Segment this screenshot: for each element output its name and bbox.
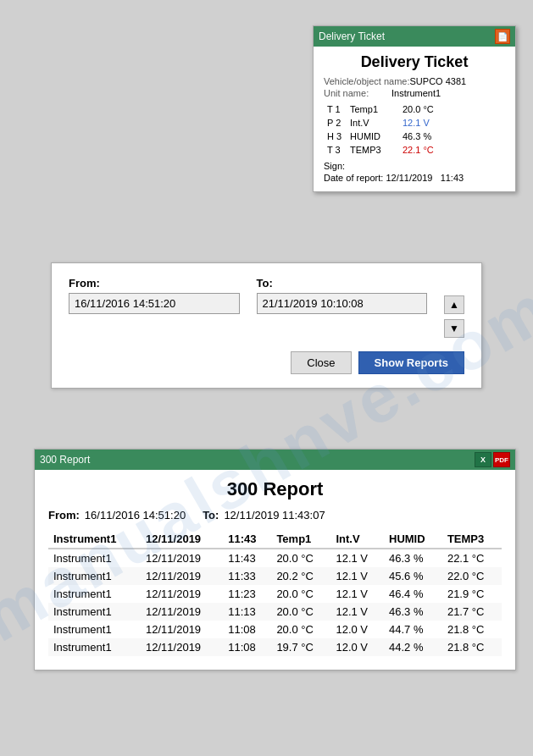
- dt-row: H 3 HUMID 46.3 %: [325, 130, 503, 142]
- dt-row-val: 22.1 °C: [401, 144, 503, 156]
- row-date: 12/11/2019: [141, 603, 223, 621]
- row-instrument: Instrument1: [48, 549, 141, 567]
- from-field: From:: [69, 277, 240, 314]
- table-row: Instrument1 12/11/2019 11:08 20.0 °C 12.…: [48, 621, 502, 638]
- sign-row: Sign:: [324, 161, 505, 171]
- report-heading: 300 Report: [48, 478, 502, 500]
- report-table: Instrument1 12/11/2019 11:43 Temp1 Int.V…: [48, 530, 502, 656]
- arrow-down-button[interactable]: ▼: [444, 319, 464, 338]
- delivery-ticket-window: Delivery Ticket 📄 Delivery Ticket Vehicl…: [313, 25, 516, 192]
- delivery-ticket-heading: Delivery Ticket: [324, 53, 505, 71]
- row-temp3: 22.1 °C: [442, 549, 502, 567]
- ticket-icon[interactable]: 📄: [495, 29, 510, 44]
- row-temp1: 20.0 °C: [271, 585, 330, 603]
- date-value: 12/11/2019: [386, 173, 432, 183]
- row-temp3: 21.7 °C: [442, 603, 502, 621]
- dt-row-id: H 3: [325, 130, 347, 142]
- vehicle-label: Vehicle/object name:: [324, 76, 410, 86]
- row-instrument: Instrument1: [48, 621, 141, 638]
- delivery-ticket-title: Delivery Ticket: [319, 30, 385, 42]
- col-intv: Int.V: [330, 530, 384, 549]
- excel-icon[interactable]: X: [475, 452, 491, 467]
- delivery-ticket-table: T 1 Temp1 20.0 °C P 2 Int.V 12.1 V H 3 H…: [324, 102, 505, 157]
- report-body: 300 Report From: 16/11/2016 14:51:20 To:…: [35, 470, 515, 670]
- dt-row-name: Int.V: [348, 117, 399, 129]
- vehicle-value: SUPCO 4381: [410, 76, 467, 86]
- dt-row-val: 20.0 °C: [401, 103, 503, 115]
- dt-row-val: 46.3 %: [401, 130, 503, 142]
- row-humid: 46.3 %: [384, 549, 442, 567]
- show-reports-button[interactable]: Show Reports: [358, 351, 464, 374]
- to-input[interactable]: [257, 293, 428, 314]
- row-humid: 46.4 %: [384, 585, 442, 603]
- row-time: 11:43: [223, 549, 271, 567]
- report-panel: 300 Report X PDF 300 Report From: 16/11/…: [34, 449, 516, 670]
- unit-row: Unit name: Instrument1: [324, 88, 505, 98]
- from-input[interactable]: [69, 293, 240, 314]
- row-intv: 12.1 V: [330, 549, 384, 567]
- report-from: From: 16/11/2016 14:51:20: [48, 509, 186, 521]
- row-date: 12/11/2019: [141, 567, 223, 585]
- row-humid: 44.7 %: [384, 621, 442, 638]
- from-label: From:: [69, 277, 240, 290]
- row-temp1: 20.0 °C: [271, 549, 330, 567]
- row-intv: 12.1 V: [330, 603, 384, 621]
- row-instrument: Instrument1: [48, 567, 141, 585]
- dt-row-name: HUMID: [348, 130, 399, 142]
- row-temp3: 22.0 °C: [442, 567, 502, 585]
- dt-row-name: Temp1: [348, 103, 399, 115]
- close-button[interactable]: Close: [291, 351, 351, 374]
- report-titlebar: 300 Report X PDF: [35, 450, 515, 470]
- date-row: Date of report: 12/11/2019 11:43: [324, 173, 505, 183]
- date-range-row: From: To: ▲ ▼: [69, 277, 464, 338]
- report-title-label: 300 Report: [40, 454, 90, 466]
- row-intv: 12.0 V: [330, 638, 384, 656]
- row-temp3: 21.9 °C: [442, 585, 502, 603]
- row-instrument: Instrument1: [48, 603, 141, 621]
- arrow-up-button[interactable]: ▲: [444, 295, 464, 314]
- col-temp1: Temp1: [271, 530, 330, 549]
- unit-value: Instrument1: [391, 88, 441, 98]
- pdf-icon[interactable]: PDF: [493, 452, 510, 467]
- report-from-value: 16/11/2016 14:51:20: [85, 509, 186, 521]
- table-row: Instrument1 12/11/2019 11:08 19.7 °C 12.…: [48, 638, 502, 656]
- dt-row-val: 12.1 V: [401, 117, 503, 129]
- to-field: To:: [257, 277, 428, 314]
- row-instrument: Instrument1: [48, 585, 141, 603]
- row-temp1: 19.7 °C: [271, 638, 330, 656]
- table-row: Instrument1 12/11/2019 11:13 20.0 °C 12.…: [48, 603, 502, 621]
- time-value: 11:43: [441, 173, 464, 183]
- action-buttons: Close Show Reports: [69, 351, 464, 374]
- dt-row-id: T 3: [325, 144, 347, 156]
- row-time: 11:08: [223, 638, 271, 656]
- date-range-panel: From: To: ▲ ▼ Close Show Reports: [51, 262, 482, 389]
- dt-row-name: TEMP3: [348, 144, 399, 156]
- report-to: To: 12/11/2019 11:43:07: [203, 509, 325, 521]
- arrow-buttons: ▲ ▼: [444, 277, 464, 338]
- table-row: Instrument1 12/11/2019 11:23 20.0 °C 12.…: [48, 585, 502, 603]
- row-instrument: Instrument1: [48, 638, 141, 656]
- date-label: Date of report:: [324, 173, 383, 183]
- row-temp1: 20.0 °C: [271, 603, 330, 621]
- delivery-ticket-titlebar: Delivery Ticket 📄: [314, 26, 515, 47]
- row-time: 11:13: [223, 603, 271, 621]
- row-date: 12/11/2019: [141, 585, 223, 603]
- row-intv: 12.1 V: [330, 567, 384, 585]
- row-time: 11:33: [223, 567, 271, 585]
- row-temp1: 20.0 °C: [271, 621, 330, 638]
- unit-label: Unit name:: [324, 88, 391, 98]
- report-icons: X PDF: [475, 452, 510, 467]
- dt-row-id: T 1: [325, 103, 347, 115]
- row-intv: 12.0 V: [330, 621, 384, 638]
- col-temp3: TEMP3: [442, 530, 502, 549]
- dt-row: T 1 Temp1 20.0 °C: [325, 103, 503, 115]
- col-humid: HUMID: [384, 530, 442, 549]
- dt-row-id: P 2: [325, 117, 347, 129]
- col-date: 12/11/2019: [141, 530, 223, 549]
- table-row: Instrument1 12/11/2019 11:43 20.0 °C 12.…: [48, 549, 502, 567]
- col-time: 11:43: [223, 530, 271, 549]
- dt-row: T 3 TEMP3 22.1 °C: [325, 144, 503, 156]
- row-temp1: 20.2 °C: [271, 567, 330, 585]
- row-time: 11:08: [223, 621, 271, 638]
- row-humid: 45.6 %: [384, 567, 442, 585]
